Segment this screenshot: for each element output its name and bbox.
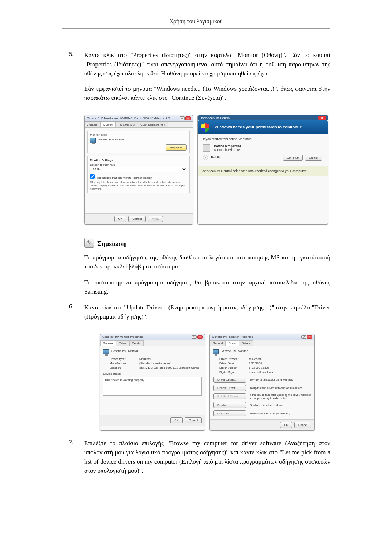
uac-details-label[interactable]: Details bbox=[211, 156, 220, 159]
monitor-props-driver-dialog: Generic PnP Monitor Properties ? × Gener… bbox=[209, 334, 315, 431]
tab-general[interactable]: General bbox=[210, 340, 226, 346]
manufacturer-value: (Standard monitor types) bbox=[139, 362, 202, 365]
tab-adapter[interactable]: Adapter bbox=[85, 122, 101, 127]
signer-key: Digital Signer: bbox=[219, 370, 249, 374]
uac-body: If you started this action, continue. De… bbox=[198, 134, 328, 166]
driver-details-button[interactable]: Driver Details... bbox=[213, 377, 246, 383]
dialog-tabs: General Driver Details bbox=[210, 340, 314, 346]
tab-details[interactable]: Details bbox=[129, 340, 144, 346]
tab-details[interactable]: Details bbox=[239, 340, 253, 346]
device-type-key: Device type: bbox=[110, 357, 139, 361]
monitor-icon bbox=[213, 349, 219, 354]
properties-button[interactable]: Properties bbox=[166, 144, 187, 151]
roll-back-desc: If the device fails after updating the d… bbox=[250, 393, 311, 400]
shield-icon bbox=[201, 123, 209, 133]
dialog-titlebar: Generic PnP Monitor and NVIDIA GeForce 6… bbox=[85, 115, 193, 122]
driver-buttons-column: Driver Details...To view details about t… bbox=[213, 377, 311, 416]
ok-button[interactable]: OK bbox=[280, 422, 292, 428]
dialog-titlebar: Generic PnP Monitor Properties ? × bbox=[210, 334, 314, 340]
uac-item-sub: Microsoft Windows bbox=[214, 148, 241, 152]
device-status-label: Device status bbox=[103, 372, 121, 376]
uac-dialog: User Account Control × Windows needs you… bbox=[197, 115, 328, 225]
disable-desc: Disables the selected device. bbox=[250, 403, 311, 407]
item5-para2: Εάν εμφανιστεί το μήνυμα "Windows needs.… bbox=[84, 84, 330, 103]
refresh-rate-label: Screen refresh rate: bbox=[90, 163, 187, 167]
monitor-dialog: Generic PnP Monitor and NVIDIA GeForce 6… bbox=[84, 115, 193, 225]
help-button[interactable]: ? bbox=[192, 335, 197, 339]
dialog-body: Generic PnP Monitor Driver Provider:Micr… bbox=[210, 346, 314, 419]
version-key: Driver Version: bbox=[219, 366, 249, 369]
cancel-button[interactable]: Cancel bbox=[185, 417, 202, 423]
cancel-button[interactable]: Cancel bbox=[128, 216, 146, 222]
tab-troubleshoot[interactable]: Troubleshoot bbox=[115, 122, 138, 127]
device-type-value: Monitors bbox=[139, 357, 202, 361]
dialog-title: Generic PnP Monitor Properties bbox=[212, 335, 253, 338]
uninstall-desc: To uninstall the driver (Advanced). bbox=[250, 412, 311, 415]
hide-modes-description: Clearing this check box allows you to se… bbox=[90, 181, 187, 190]
date-key: Driver Date: bbox=[219, 362, 249, 365]
device-name: Generic PnP Monitor bbox=[221, 349, 248, 353]
tab-color-management[interactable]: Color Management bbox=[138, 122, 168, 127]
chevron-down-icon[interactable]: ⌄ bbox=[203, 155, 208, 160]
provider-value: Microsoft bbox=[249, 357, 311, 361]
device-status-box: This device is working properly. bbox=[103, 377, 202, 396]
monitor-device-name: Generic PnP Monitor bbox=[98, 138, 125, 141]
close-button[interactable]: × bbox=[185, 116, 191, 120]
uac-cancel-button[interactable]: Cancel bbox=[305, 155, 322, 161]
uac-continue-button[interactable]: Continue bbox=[283, 155, 303, 161]
dialog-footer: OK Cancel bbox=[210, 419, 314, 430]
tab-driver[interactable]: Driver bbox=[116, 340, 129, 346]
monitor-props-general-dialog: Generic PnP Monitor Properties ? × Gener… bbox=[100, 334, 205, 431]
hide-modes-label: Hide modes that this monitor cannot disp… bbox=[95, 176, 152, 180]
cancel-button[interactable]: Cancel bbox=[294, 422, 311, 428]
monitor-settings-label: Monitor Settings bbox=[90, 159, 187, 162]
dialog-tabs: Adapter Monitor Troubleshoot Color Manag… bbox=[85, 122, 193, 128]
page-header-title: Χρήση του λογισμικού bbox=[169, 18, 223, 24]
note-heading: ✎ Σημείωση bbox=[84, 238, 330, 248]
list-number: 6. bbox=[69, 303, 84, 327]
help-button[interactable]: ? bbox=[301, 335, 306, 339]
roll-back-button: Roll Back Driver bbox=[213, 393, 246, 399]
tab-monitor[interactable]: Monitor bbox=[100, 122, 116, 127]
date-value: 6/21/2006 bbox=[249, 362, 311, 365]
driver-details-desc: To view details about the driver files. bbox=[250, 378, 311, 381]
item7-para1: Επιλέξτε το πλαίσιο επιλογής "Browse my … bbox=[84, 439, 330, 476]
dialog-title: Generic PnP Monitor and NVIDIA GeForce 6… bbox=[87, 116, 174, 120]
device-status-text: This device is working properly. bbox=[105, 378, 145, 382]
minimize-button[interactable]: – bbox=[180, 116, 185, 120]
uac-titlebar: User Account Control × bbox=[198, 115, 328, 120]
list-body: Κάντε κλικ στο "Properties (Ιδιότητες)" … bbox=[84, 50, 330, 108]
tab-driver[interactable]: Driver bbox=[225, 340, 239, 346]
ok-button[interactable]: OK bbox=[170, 417, 183, 423]
version-value: 6.0.6000.16386 bbox=[249, 366, 311, 369]
uac-header-text: Windows needs your permission to contion… bbox=[215, 125, 303, 129]
uac-header: Windows needs your permission to contion… bbox=[198, 120, 328, 134]
pencil-icon: ✎ bbox=[84, 238, 94, 248]
uninstall-button[interactable]: Uninstall bbox=[213, 410, 246, 416]
close-button[interactable]: × bbox=[307, 335, 312, 339]
manufacturer-key: Manufacturer: bbox=[110, 362, 139, 365]
dialog-titlebar: Generic PnP Monitor Properties ? × bbox=[100, 334, 205, 340]
ok-button[interactable]: OK bbox=[114, 216, 127, 222]
page-header: Χρήση του λογισμικού bbox=[62, 18, 330, 29]
uac-footer: User Account Control helps stop unauthor… bbox=[198, 166, 328, 176]
uac-subtitle: If you started this action, continue. bbox=[203, 137, 323, 141]
tab-general[interactable]: General bbox=[100, 340, 116, 346]
uac-details-row: ⌄ Details Continue Cancel bbox=[203, 155, 323, 161]
uac-close-button[interactable]: × bbox=[318, 116, 326, 120]
close-button[interactable]: × bbox=[197, 335, 203, 339]
hide-modes-checkbox[interactable] bbox=[90, 174, 95, 179]
dialog-body: Generic PnP Monitor Device type:Monitors… bbox=[100, 346, 205, 415]
monitor-icon bbox=[103, 349, 109, 354]
uac-title: User Account Control bbox=[200, 116, 230, 120]
note-para1: Το πρόγραμμα οδήγησης της οθόνης διαθέτε… bbox=[84, 253, 330, 271]
refresh-rate-select[interactable]: 60 Hertz bbox=[90, 167, 187, 172]
list-body: Κάντε κλικ στο "Update Driver... (Ενημέρ… bbox=[84, 303, 330, 327]
disable-button[interactable]: Disable bbox=[213, 402, 246, 408]
uac-item: Device Properties Microsoft Windows bbox=[203, 144, 323, 152]
list-body: Επιλέξτε το πλαίσιο επιλογής "Browse my … bbox=[84, 439, 330, 481]
update-driver-button[interactable]: Update Driver... bbox=[213, 385, 246, 391]
apply-button: Apply bbox=[148, 216, 163, 222]
dialog-footer: OK Cancel bbox=[100, 415, 205, 426]
update-driver-desc: To update the driver software for this d… bbox=[250, 386, 311, 390]
